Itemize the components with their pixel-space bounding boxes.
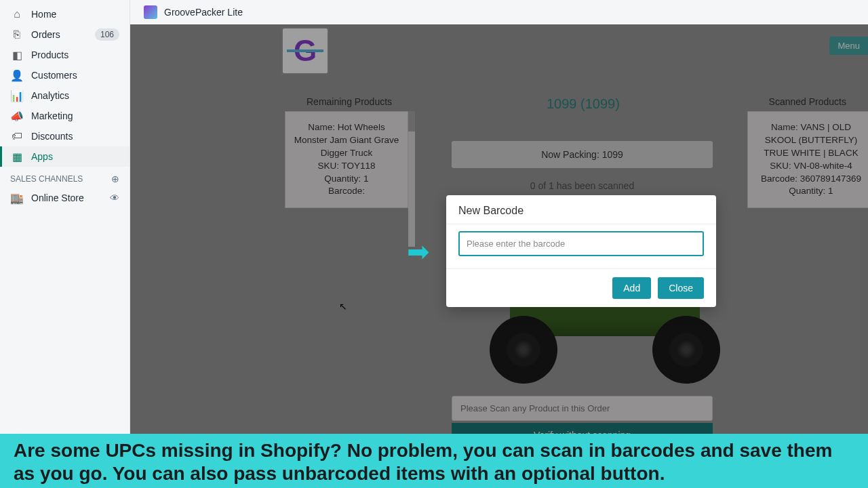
sidebar-item-label: Apps xyxy=(31,151,53,162)
customers-icon: 👤 xyxy=(10,68,24,82)
arrow-icon: ➡ xyxy=(407,236,430,267)
sidebar-item-label: Discounts xyxy=(31,131,73,142)
barcode-input[interactable] xyxy=(458,231,704,256)
sidebar-item-label: Online Store xyxy=(31,192,84,203)
sidebar-item-label: Orders xyxy=(31,29,60,40)
add-button[interactable]: Add xyxy=(612,277,651,299)
sidebar-item-home[interactable]: ⌂ Home xyxy=(0,4,130,24)
sidebar: ⌂ Home ⎘ Orders 106 ◧ Products 👤 Custome… xyxy=(0,0,130,488)
main-area: G Menu Remaining Products Scanned Produc… xyxy=(130,24,868,488)
app-title: GroovePacker Lite xyxy=(164,7,243,18)
add-channel-icon[interactable]: ⊕ xyxy=(111,174,119,184)
sidebar-item-label: Analytics xyxy=(31,90,69,101)
sidebar-item-marketing[interactable]: 📣 Marketing xyxy=(0,106,130,126)
sidebar-item-apps[interactable]: ▦ Apps xyxy=(0,146,130,167)
apps-icon: ▦ xyxy=(10,150,24,163)
sales-channels-label: SALES CHANNELS xyxy=(10,174,83,184)
home-icon: ⌂ xyxy=(10,7,24,21)
store-icon: 🏬 xyxy=(10,191,24,205)
sidebar-item-customers[interactable]: 👤 Customers xyxy=(0,65,130,85)
sidebar-item-label: Marketing xyxy=(31,110,73,121)
view-store-icon[interactable]: 👁 xyxy=(110,192,119,203)
sidebar-item-discounts[interactable]: 🏷 Discounts xyxy=(0,126,130,146)
marketing-icon: 📣 xyxy=(10,109,24,123)
close-button[interactable]: Close xyxy=(658,277,704,299)
orders-badge: 106 xyxy=(95,28,119,41)
sidebar-item-products[interactable]: ◧ Products xyxy=(0,45,130,65)
sidebar-item-label: Customers xyxy=(31,70,77,81)
sidebar-item-analytics[interactable]: 📊 Analytics xyxy=(0,85,130,106)
topbar: GroovePacker Lite xyxy=(130,0,868,24)
orders-icon: ⎘ xyxy=(10,28,24,41)
promo-banner: Are some UPCs missing in Shopify? No pro… xyxy=(0,434,868,488)
sidebar-item-label: Products xyxy=(31,49,68,60)
sidebar-item-orders[interactable]: ⎘ Orders 106 xyxy=(0,24,130,45)
sidebar-section-header: SALES CHANNELS ⊕ xyxy=(0,167,130,188)
discounts-icon: 🏷 xyxy=(10,129,24,143)
modal-title: New Barcode xyxy=(446,195,716,224)
app-logo-icon xyxy=(144,5,157,19)
products-icon: ◧ xyxy=(10,48,24,62)
sidebar-item-label: Home xyxy=(31,9,56,20)
analytics-icon: 📊 xyxy=(10,89,24,102)
new-barcode-modal: New Barcode Add Close xyxy=(446,195,716,307)
sidebar-item-online-store[interactable]: 🏬 Online Store 👁 xyxy=(0,188,130,208)
